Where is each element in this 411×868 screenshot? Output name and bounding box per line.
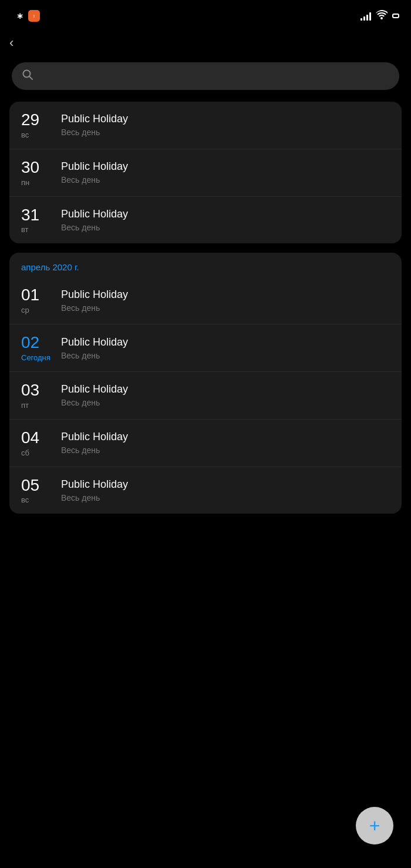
date-day: пн [21, 178, 50, 187]
list-item[interactable]: 05всPublic HolidayВесь день [9, 467, 402, 514]
event-subtitle: Весь день [61, 223, 390, 232]
event-title: Public Holiday [61, 208, 390, 220]
date-day: вс [21, 130, 50, 139]
date-number: 02 [21, 334, 50, 352]
event-info: Public HolidayВесь день [61, 336, 390, 360]
svg-text:!: ! [33, 14, 35, 18]
cards-container: 29всPublic HolidayВесь день30пнPublic Ho… [0, 102, 411, 514]
plus-icon: + [369, 816, 380, 835]
list-item[interactable]: 30пнPublic HolidayВесь день [9, 149, 402, 197]
battery-icon [392, 14, 399, 18]
event-subtitle: Весь день [61, 493, 390, 502]
wifi-icon [376, 10, 388, 22]
date-day: вт [21, 225, 50, 234]
event-title: Public Holiday [61, 431, 390, 443]
list-item[interactable]: 03птPublic HolidayВесь день [9, 372, 402, 420]
event-info: Public HolidayВесь день [61, 383, 390, 407]
event-info: Public HolidayВесь день [61, 160, 390, 185]
event-card: 29всPublic HolidayВесь день30пнPublic Ho… [9, 102, 402, 243]
event-subtitle: Весь день [61, 445, 390, 455]
date-number: 01 [21, 286, 50, 304]
date-block: 03пт [21, 381, 50, 410]
event-title: Public Holiday [61, 478, 390, 491]
back-button[interactable]: ‹ [9, 35, 14, 51]
bluetooth-icon: ∗ [16, 11, 23, 21]
date-block: 05вс [21, 477, 50, 505]
date-day: пт [21, 401, 50, 410]
date-block: 29вс [21, 111, 50, 139]
list-item[interactable]: 31втPublic HolidayВесь день [9, 197, 402, 244]
app-notification-icon: ! [28, 10, 40, 22]
date-block: 04сб [21, 429, 50, 457]
status-left: ∗ ! [12, 10, 40, 22]
event-info: Public HolidayВесь день [61, 208, 390, 232]
date-number: 03 [21, 381, 50, 400]
search-icon [22, 69, 33, 83]
event-info: Public HolidayВесь день [61, 289, 390, 313]
search-bar[interactable] [12, 62, 399, 90]
event-card: апрель 2020 г.01срPublic HolidayВесь ден… [9, 253, 402, 514]
event-subtitle: Весь день [61, 303, 390, 313]
list-item[interactable]: 04сбPublic HolidayВесь день [9, 420, 402, 467]
event-title: Public Holiday [61, 383, 390, 396]
add-event-button[interactable]: + [356, 807, 393, 844]
date-number: 31 [21, 206, 50, 224]
event-subtitle: Весь день [61, 175, 390, 185]
date-day: Сегодня [21, 353, 50, 362]
list-item[interactable]: 01срPublic HolidayВесь день [9, 277, 402, 324]
status-right [361, 10, 399, 22]
date-number: 29 [21, 111, 50, 129]
date-day: ср [21, 306, 50, 314]
date-block: 01ср [21, 286, 50, 314]
header: ‹ [0, 29, 411, 62]
status-bar: ∗ ! [0, 0, 411, 29]
svg-line-3 [29, 76, 32, 79]
date-block: 30пн [21, 159, 50, 187]
date-day: вс [21, 495, 50, 504]
list-item[interactable]: 02СегодняPublic HolidayВесь день [9, 324, 402, 372]
date-number: 05 [21, 477, 50, 495]
date-number: 30 [21, 159, 50, 177]
event-title: Public Holiday [61, 289, 390, 301]
card-month-label: апрель 2020 г. [9, 253, 402, 277]
date-block: 31вт [21, 206, 50, 234]
event-title: Public Holiday [61, 336, 390, 348]
event-subtitle: Весь день [61, 351, 390, 360]
event-info: Public HolidayВесь день [61, 478, 390, 502]
signal-icon [361, 11, 371, 21]
event-info: Public HolidayВесь день [61, 113, 390, 137]
event-info: Public HolidayВесь день [61, 431, 390, 455]
date-day: сб [21, 448, 50, 457]
date-block: 02Сегодня [21, 334, 50, 362]
event-subtitle: Весь день [61, 128, 390, 137]
event-title: Public Holiday [61, 113, 390, 125]
list-item[interactable]: 29всPublic HolidayВесь день [9, 102, 402, 149]
date-number: 04 [21, 429, 50, 447]
event-title: Public Holiday [61, 160, 390, 173]
event-subtitle: Весь день [61, 398, 390, 407]
search-container [0, 62, 411, 102]
